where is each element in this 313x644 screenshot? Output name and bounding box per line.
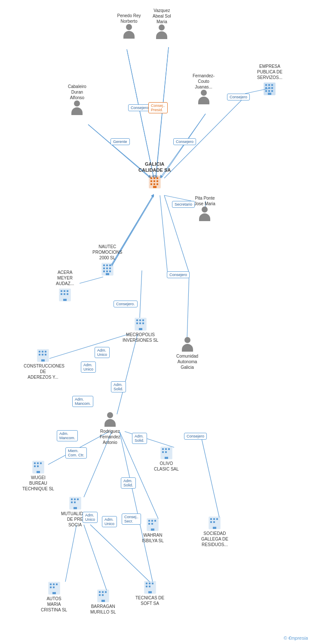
person-icon-fernandez xyxy=(197,90,211,105)
node-construcciones: CONSTRUCCIONESDEADEREZOS Y... xyxy=(24,347,62,380)
badge-consej-secr[interactable]: Consej..Secr. xyxy=(122,513,141,525)
svg-rect-98 xyxy=(40,462,42,464)
svg-rect-93 xyxy=(165,451,167,453)
svg-rect-66 xyxy=(64,290,65,292)
badge-consejero-emp[interactable]: Consejero xyxy=(227,94,250,100)
svg-line-21 xyxy=(120,431,153,582)
person-icon-penedo xyxy=(122,24,136,39)
node-vazquez: VazquezAbeal SolMaria xyxy=(153,8,171,41)
svg-rect-110 xyxy=(148,520,150,522)
svg-rect-47 xyxy=(153,180,155,182)
node-fernandez-couto: Fernandez-CoutoJuanas... xyxy=(193,73,215,106)
svg-rect-39 xyxy=(268,90,270,92)
badge-adm-solid3[interactable]: Adm.Solid. xyxy=(121,477,136,489)
svg-rect-78 xyxy=(142,322,144,324)
svg-rect-92 xyxy=(162,451,164,453)
badge-adm-solid1[interactable]: Adm.Solid. xyxy=(111,381,126,392)
building-icon-acera xyxy=(58,286,72,302)
badge-adm-unico1[interactable]: Adm.Unico xyxy=(95,347,110,358)
svg-rect-63 xyxy=(106,273,109,275)
svg-rect-143 xyxy=(148,591,152,593)
person-icon-vazquez xyxy=(155,24,169,40)
badge-adm-unico2[interactable]: Adm.Unico xyxy=(81,361,96,373)
badge-adm-solid2[interactable]: Adm.Solid. xyxy=(132,433,147,444)
svg-rect-119 xyxy=(216,518,218,520)
badge-consejero4[interactable]: Consejero. xyxy=(114,301,138,307)
svg-line-19 xyxy=(65,525,77,582)
svg-line-23 xyxy=(187,273,189,339)
badge-consejero3[interactable]: Consejero xyxy=(167,271,190,278)
svg-rect-125 xyxy=(53,583,55,585)
building-icon-galicia xyxy=(148,173,162,189)
node-galicia: GALICIACALIDADE SA xyxy=(138,161,171,190)
badge-adm-unico3[interactable]: Adm.Unico xyxy=(83,512,98,523)
svg-rect-55 xyxy=(106,264,108,266)
node-olivo: OLIVOCLASIC SAL xyxy=(154,444,179,472)
svg-rect-142 xyxy=(149,586,150,587)
svg-rect-62 xyxy=(109,270,111,272)
badge-consejero5[interactable]: Consejero xyxy=(184,433,207,440)
badge-gerente[interactable]: Gerente xyxy=(110,138,130,145)
svg-rect-138 xyxy=(146,583,147,584)
svg-rect-141 xyxy=(146,586,147,587)
badge-adm-mancom1[interactable]: Adm.Mancom. xyxy=(72,396,93,407)
node-tecnicas: TECNICAS DESOFT SA xyxy=(135,579,164,606)
svg-rect-127 xyxy=(50,586,52,588)
node-wahran: WAHRANISBILYA SL xyxy=(142,516,164,544)
svg-rect-77 xyxy=(139,322,141,324)
badge-consejero1[interactable]: Consejero xyxy=(128,104,151,111)
svg-rect-70 xyxy=(67,293,68,295)
badge-miem-com[interactable]: Miem.Com. Ctr. xyxy=(65,447,87,459)
building-icon-sociedad xyxy=(208,514,221,530)
svg-rect-46 xyxy=(150,180,152,182)
svg-line-13 xyxy=(117,334,138,414)
badge-secretario[interactable]: Secretario xyxy=(172,201,195,208)
building-icon-barragan xyxy=(96,587,110,603)
svg-rect-67 xyxy=(67,290,68,292)
svg-rect-97 xyxy=(37,462,39,464)
badge-consejero2[interactable]: Consejero xyxy=(173,138,196,145)
svg-rect-48 xyxy=(156,180,158,182)
svg-rect-69 xyxy=(64,293,65,295)
svg-rect-91 xyxy=(168,448,170,450)
svg-line-17 xyxy=(120,431,158,519)
svg-rect-136 xyxy=(101,600,105,602)
svg-rect-100 xyxy=(37,465,39,467)
svg-rect-101 xyxy=(37,471,40,473)
svg-rect-43 xyxy=(150,177,152,179)
svg-rect-61 xyxy=(106,270,108,272)
svg-rect-49 xyxy=(150,183,152,185)
svg-rect-128 xyxy=(53,586,55,588)
svg-rect-59 xyxy=(109,267,111,269)
node-acera-meyer: ACERAMEYERAUDAZ... xyxy=(56,270,74,303)
node-pita-ponte: Pita PonteJose Maria xyxy=(194,195,215,223)
svg-rect-133 xyxy=(105,591,107,593)
badge-adm-unico4[interactable]: Adm.Unico xyxy=(102,516,117,527)
svg-rect-40 xyxy=(271,90,273,92)
svg-line-18 xyxy=(202,439,219,517)
svg-rect-96 xyxy=(34,462,36,464)
svg-rect-60 xyxy=(103,270,105,272)
svg-rect-135 xyxy=(102,594,104,596)
watermark: © €mpresia xyxy=(284,635,308,641)
svg-rect-81 xyxy=(39,351,40,352)
svg-rect-57 xyxy=(103,267,105,269)
svg-line-9 xyxy=(80,277,103,283)
svg-rect-38 xyxy=(265,90,267,92)
svg-line-20 xyxy=(84,525,107,590)
svg-rect-52 xyxy=(153,186,156,188)
svg-rect-126 xyxy=(56,583,58,585)
svg-line-5 xyxy=(164,97,245,178)
svg-rect-68 xyxy=(61,293,62,295)
building-icon-mutualidad xyxy=(68,495,82,510)
svg-rect-75 xyxy=(142,319,144,321)
svg-rect-34 xyxy=(271,84,273,86)
svg-rect-51 xyxy=(156,183,158,185)
node-cabaleiro: CabaleiroDuranAlfonso xyxy=(68,84,86,117)
svg-rect-105 xyxy=(77,498,79,500)
badge-adm-mancom2[interactable]: Adm.Mancom. xyxy=(57,430,78,441)
svg-rect-94 xyxy=(165,457,168,459)
badge-consej-presid[interactable]: Consej..Presid. xyxy=(148,102,168,113)
building-icon-construcciones xyxy=(36,347,50,362)
svg-rect-84 xyxy=(39,354,40,355)
